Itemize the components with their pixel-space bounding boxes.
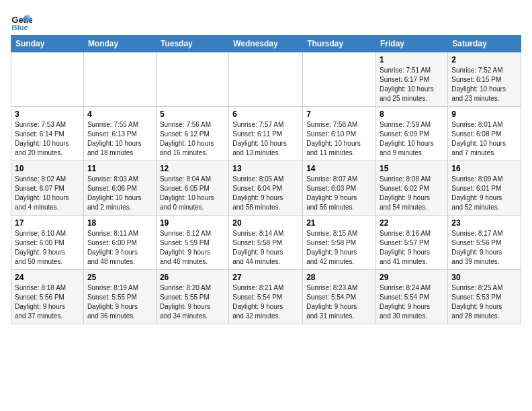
day-number: 9 — [451, 109, 517, 119]
day-number: 5 — [160, 109, 225, 119]
weekday-header: Friday — [376, 36, 448, 52]
calendar-cell: 29Sunrise: 8:24 AM Sunset: 5:54 PM Dayli… — [376, 270, 448, 324]
day-info: Sunrise: 7:53 AM Sunset: 6:14 PM Dayligh… — [15, 120, 80, 158]
day-number: 16 — [451, 164, 517, 173]
calendar-cell: 28Sunrise: 8:23 AM Sunset: 5:54 PM Dayli… — [303, 270, 376, 324]
calendar-cell — [229, 52, 303, 107]
day-info: Sunrise: 8:12 AM Sunset: 5:59 PM Dayligh… — [160, 229, 225, 267]
day-number: 21 — [306, 218, 372, 228]
day-number: 3 — [15, 109, 80, 119]
header: General Blue — [11, 11, 521, 32]
calendar-cell: 8Sunrise: 7:59 AM Sunset: 6:09 PM Daylig… — [376, 107, 448, 161]
day-number: 17 — [15, 218, 80, 228]
calendar-cell: 10Sunrise: 8:02 AM Sunset: 6:07 PM Dayli… — [11, 161, 84, 216]
day-info: Sunrise: 7:55 AM Sunset: 6:13 PM Dayligh… — [87, 120, 152, 158]
calendar-cell: 25Sunrise: 8:19 AM Sunset: 5:55 PM Dayli… — [83, 270, 156, 324]
weekday-header: Monday — [83, 36, 156, 52]
day-number: 11 — [87, 164, 152, 173]
calendar-cell: 30Sunrise: 8:25 AM Sunset: 5:53 PM Dayli… — [448, 270, 521, 324]
day-info: Sunrise: 8:16 AM Sunset: 5:57 PM Dayligh… — [380, 229, 444, 267]
day-info: Sunrise: 8:02 AM Sunset: 6:07 PM Dayligh… — [15, 175, 80, 212]
calendar-week-row: 3Sunrise: 7:53 AM Sunset: 6:14 PM Daylig… — [11, 107, 521, 161]
calendar-cell: 3Sunrise: 7:53 AM Sunset: 6:14 PM Daylig… — [11, 107, 84, 161]
day-info: Sunrise: 8:25 AM Sunset: 5:53 PM Dayligh… — [451, 283, 517, 321]
calendar-cell — [83, 52, 156, 107]
day-number: 25 — [87, 273, 152, 282]
calendar-cell: 5Sunrise: 7:56 AM Sunset: 6:12 PM Daylig… — [156, 107, 228, 161]
day-info: Sunrise: 8:17 AM Sunset: 5:56 PM Dayligh… — [451, 229, 517, 267]
calendar-cell: 18Sunrise: 8:11 AM Sunset: 6:00 PM Dayli… — [83, 216, 156, 270]
calendar-cell: 22Sunrise: 8:16 AM Sunset: 5:57 PM Dayli… — [376, 216, 448, 270]
day-number: 7 — [306, 109, 372, 119]
weekday-header: Tuesday — [156, 36, 228, 52]
day-info: Sunrise: 7:58 AM Sunset: 6:10 PM Dayligh… — [306, 120, 372, 158]
calendar-cell: 27Sunrise: 8:21 AM Sunset: 5:54 PM Dayli… — [229, 270, 303, 324]
day-number: 2 — [451, 55, 517, 64]
day-number: 27 — [232, 273, 299, 282]
day-info: Sunrise: 8:11 AM Sunset: 6:00 PM Dayligh… — [87, 229, 152, 267]
logo-icon: General Blue — [11, 11, 32, 32]
calendar-cell: 2Sunrise: 7:52 AM Sunset: 6:15 PM Daylig… — [448, 52, 521, 107]
calendar-cell: 13Sunrise: 8:05 AM Sunset: 6:04 PM Dayli… — [229, 161, 303, 216]
day-info: Sunrise: 8:04 AM Sunset: 6:05 PM Dayligh… — [160, 175, 225, 212]
day-info: Sunrise: 7:51 AM Sunset: 6:17 PM Dayligh… — [380, 66, 444, 103]
calendar-cell: 15Sunrise: 8:08 AM Sunset: 6:02 PM Dayli… — [376, 161, 448, 216]
day-number: 18 — [87, 218, 152, 228]
day-info: Sunrise: 8:24 AM Sunset: 5:54 PM Dayligh… — [380, 283, 444, 321]
calendar-cell: 24Sunrise: 8:18 AM Sunset: 5:56 PM Dayli… — [11, 270, 84, 324]
calendar-week-row: 10Sunrise: 8:02 AM Sunset: 6:07 PM Dayli… — [11, 161, 521, 216]
day-number: 22 — [380, 218, 444, 228]
calendar-cell: 9Sunrise: 8:01 AM Sunset: 6:08 PM Daylig… — [448, 107, 521, 161]
calendar-cell: 17Sunrise: 8:10 AM Sunset: 6:00 PM Dayli… — [11, 216, 84, 270]
calendar-table: SundayMondayTuesdayWednesdayThursdayFrid… — [11, 35, 521, 324]
day-number: 14 — [306, 164, 372, 173]
calendar-cell: 26Sunrise: 8:20 AM Sunset: 5:55 PM Dayli… — [156, 270, 228, 324]
weekday-header: Thursday — [303, 36, 376, 52]
day-number: 12 — [160, 164, 225, 173]
day-info: Sunrise: 7:52 AM Sunset: 6:15 PM Dayligh… — [451, 66, 517, 103]
day-info: Sunrise: 8:18 AM Sunset: 5:56 PM Dayligh… — [15, 283, 80, 321]
day-info: Sunrise: 7:59 AM Sunset: 6:09 PM Dayligh… — [380, 120, 444, 158]
calendar-cell: 4Sunrise: 7:55 AM Sunset: 6:13 PM Daylig… — [83, 107, 156, 161]
day-info: Sunrise: 8:07 AM Sunset: 6:03 PM Dayligh… — [306, 175, 372, 212]
day-info: Sunrise: 8:20 AM Sunset: 5:55 PM Dayligh… — [160, 283, 225, 321]
calendar-cell: 6Sunrise: 7:57 AM Sunset: 6:11 PM Daylig… — [229, 107, 303, 161]
calendar-cell: 23Sunrise: 8:17 AM Sunset: 5:56 PM Dayli… — [448, 216, 521, 270]
calendar-cell: 14Sunrise: 8:07 AM Sunset: 6:03 PM Dayli… — [303, 161, 376, 216]
weekday-header: Wednesday — [229, 36, 303, 52]
day-info: Sunrise: 8:01 AM Sunset: 6:08 PM Dayligh… — [451, 120, 517, 158]
day-info: Sunrise: 8:10 AM Sunset: 6:00 PM Dayligh… — [15, 229, 80, 267]
calendar-week-row: 1Sunrise: 7:51 AM Sunset: 6:17 PM Daylig… — [11, 52, 521, 107]
calendar-cell: 19Sunrise: 8:12 AM Sunset: 5:59 PM Dayli… — [156, 216, 228, 270]
day-info: Sunrise: 8:15 AM Sunset: 5:58 PM Dayligh… — [306, 229, 372, 267]
calendar-cell — [303, 52, 376, 107]
day-number: 4 — [87, 109, 152, 119]
day-number: 24 — [15, 273, 80, 282]
day-info: Sunrise: 8:05 AM Sunset: 6:04 PM Dayligh… — [232, 175, 299, 212]
calendar-cell: 21Sunrise: 8:15 AM Sunset: 5:58 PM Dayli… — [303, 216, 376, 270]
calendar-cell — [156, 52, 228, 107]
calendar-cell: 20Sunrise: 8:14 AM Sunset: 5:58 PM Dayli… — [229, 216, 303, 270]
weekday-header: Saturday — [448, 36, 521, 52]
calendar-week-row: 17Sunrise: 8:10 AM Sunset: 6:00 PM Dayli… — [11, 216, 521, 270]
day-number: 6 — [232, 109, 299, 119]
day-info: Sunrise: 8:14 AM Sunset: 5:58 PM Dayligh… — [232, 229, 299, 267]
day-number: 23 — [451, 218, 517, 228]
weekday-header: Sunday — [11, 36, 84, 52]
day-info: Sunrise: 8:19 AM Sunset: 5:55 PM Dayligh… — [87, 283, 152, 321]
day-info: Sunrise: 8:03 AM Sunset: 6:06 PM Dayligh… — [87, 175, 152, 212]
day-number: 30 — [451, 273, 517, 282]
day-info: Sunrise: 7:56 AM Sunset: 6:12 PM Dayligh… — [160, 120, 225, 158]
day-number: 20 — [232, 218, 299, 228]
calendar-cell: 1Sunrise: 7:51 AM Sunset: 6:17 PM Daylig… — [376, 52, 448, 107]
day-info: Sunrise: 8:08 AM Sunset: 6:02 PM Dayligh… — [380, 175, 444, 212]
logo: General Blue — [11, 11, 35, 32]
calendar-cell — [11, 52, 84, 107]
calendar-cell: 7Sunrise: 7:58 AM Sunset: 6:10 PM Daylig… — [303, 107, 376, 161]
day-number: 28 — [306, 273, 372, 282]
svg-text:Blue: Blue — [12, 24, 28, 32]
calendar-week-row: 24Sunrise: 8:18 AM Sunset: 5:56 PM Dayli… — [11, 270, 521, 324]
day-info: Sunrise: 8:21 AM Sunset: 5:54 PM Dayligh… — [232, 283, 299, 321]
day-info: Sunrise: 8:09 AM Sunset: 6:01 PM Dayligh… — [451, 175, 517, 212]
day-number: 19 — [160, 218, 225, 228]
